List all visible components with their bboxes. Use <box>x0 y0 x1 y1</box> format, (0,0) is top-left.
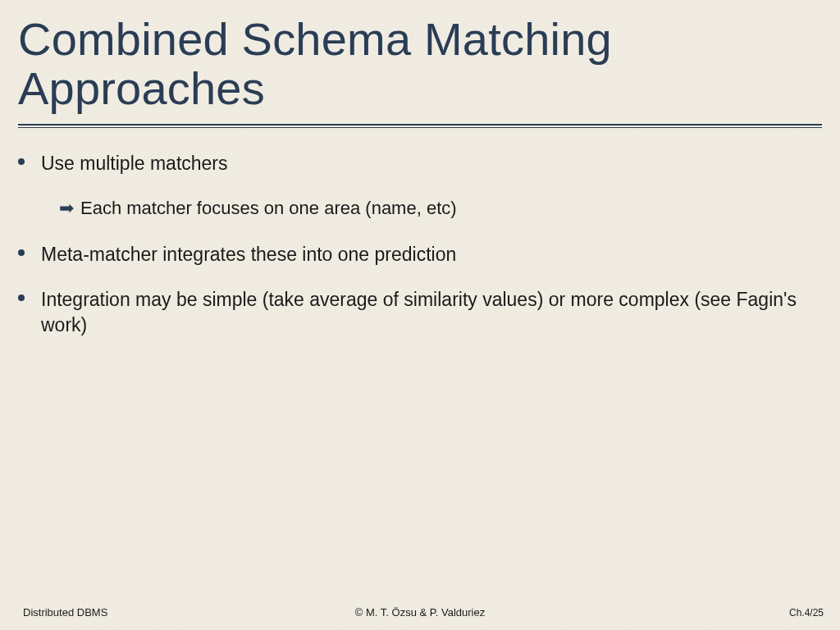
bullet-item: Use multiple matchers <box>18 151 822 176</box>
sub-bullet-item: ➡ Each matcher focuses on one area (name… <box>59 196 822 221</box>
sub-bullet-text: Each matcher focuses on one area (name, … <box>80 196 457 221</box>
bullet-icon <box>18 249 25 256</box>
footer-left: Distributed DBMS <box>23 606 107 619</box>
bullet-text: Use multiple matchers <box>41 151 228 176</box>
bullet-text: Meta-matcher integrates these into one p… <box>41 242 456 267</box>
title-rule <box>18 124 822 128</box>
footer-right: Ch.4/25 <box>789 607 824 619</box>
bullet-item: Meta-matcher integrates these into one p… <box>18 242 822 267</box>
slide: Combined Schema Matching Approaches Use … <box>0 0 840 630</box>
bullet-icon <box>18 294 25 301</box>
arrow-icon: ➡ <box>59 196 74 221</box>
bullet-text: Integration may be simple (take average … <box>41 287 822 338</box>
footer-center: © M. T. Özsu & P. Valduriez <box>355 606 485 619</box>
slide-title: Combined Schema Matching Approaches <box>18 15 822 114</box>
bullet-icon <box>18 158 25 165</box>
footer: Distributed DBMS © M. T. Özsu & P. Valdu… <box>0 606 840 619</box>
slide-content: Use multiple matchers ➡ Each matcher foc… <box>18 151 822 338</box>
bullet-item: Integration may be simple (take average … <box>18 287 822 338</box>
